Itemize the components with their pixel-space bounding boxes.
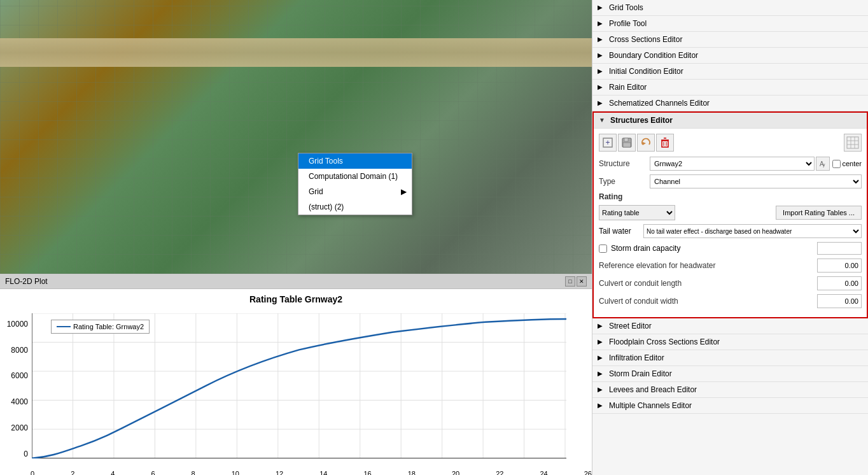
center-label: center	[842, 160, 862, 167]
svg-rect-28	[662, 141, 668, 147]
sidebar-item-street-editor[interactable]: ▶ Street Editor	[592, 318, 868, 334]
arrow-icon: ▶	[598, 67, 605, 75]
svg-rect-26	[623, 143, 631, 147]
structures-toolbar: +	[599, 134, 862, 152]
storm-drain-row: Storm drain capacity	[599, 242, 862, 255]
culvert-width-label: Culvert of conduit width	[599, 297, 817, 306]
tailwater-label: Tail water	[599, 227, 643, 236]
svg-text:y: y	[823, 162, 825, 167]
center-checkbox[interactable]	[832, 160, 841, 168]
add-structure-btn[interactable]: +	[599, 134, 617, 152]
plot-restore-btn[interactable]: □	[565, 276, 575, 287]
culvert-width-row: Culvert of conduit width	[599, 294, 862, 308]
arrow-icon: ▶	[598, 99, 605, 107]
arrow-icon: ▶	[598, 402, 605, 409]
expand-arrow-icon: ▼	[599, 117, 606, 124]
x-18: 18	[408, 470, 416, 475]
plot-area: FLO-2D Plot □ ✕ Rating Table Grnway2 100…	[0, 274, 592, 475]
context-menu-item-grid[interactable]: Grid ▶	[298, 184, 412, 199]
sidebar-item-rain-editor[interactable]: ▶ Rain Editor	[592, 80, 868, 96]
tailwater-select[interactable]: No tail water effect - discharge based o…	[643, 224, 862, 238]
y-axis-2000: 2000	[11, 423, 28, 432]
structure-select[interactable]: Grnway2	[650, 157, 815, 171]
culvert-width-input[interactable]	[817, 294, 862, 308]
y-axis-8000: 8000	[11, 346, 28, 355]
plot-title: Rating Table Grnway2	[0, 289, 592, 307]
arrow-icon: ▶	[598, 4, 605, 11]
delete-btn[interactable]	[656, 134, 674, 152]
sidebar-label-street-editor: Street Editor	[609, 322, 652, 330]
grid-submenu-arrow: ▶	[401, 187, 407, 196]
sidebar-label-cross-sections-editor: Cross Sections Editor	[609, 35, 682, 44]
sidebar-item-schematized-channels-editor[interactable]: ▶ Schematized Channels Editor	[592, 96, 868, 111]
rating-row: Rating table Weir Culvert Import Rating …	[599, 205, 862, 220]
chart-legend: Rating Table: Grnway2	[51, 320, 150, 334]
arrow-icon: ▶	[598, 386, 605, 393]
storm-drain-checkbox[interactable]	[599, 245, 607, 253]
grid-label: Grid	[309, 187, 323, 196]
save-structure-btn[interactable]	[618, 134, 636, 152]
sidebar-item-infiltration-editor[interactable]: ▶ Infiltration Editor	[592, 350, 868, 366]
sidebar-label-initial-condition-editor: Initial Condition Editor	[609, 67, 683, 76]
sidebar-item-cross-sections-editor[interactable]: ▶ Cross Sections Editor	[592, 32, 868, 48]
x-12: 12	[276, 470, 283, 475]
x-24: 24	[540, 470, 547, 475]
arrow-icon: ▶	[598, 52, 605, 59]
arrow-icon: ▶	[598, 354, 605, 362]
legend-label: Rating Table: Grnway2	[73, 323, 144, 330]
plot-close-btn[interactable]: ✕	[577, 276, 587, 287]
y-axis-10000: 10000	[7, 320, 28, 329]
sidebar-item-boundary-condition-editor[interactable]: ▶ Boundary Condition Editor	[592, 48, 868, 64]
context-menu-item-structure-lines[interactable]: Grid Tools	[298, 153, 412, 169]
structure-field-row: Structure Grnway2 A y center	[599, 157, 862, 171]
x-20: 20	[452, 470, 459, 475]
sidebar-label-floodplain-cross-sections-editor: Floodplain Cross Sections Editor	[609, 337, 720, 346]
arrow-icon: ▶	[598, 338, 605, 346]
undo-btn[interactable]	[637, 134, 655, 152]
sidebar-item-grid-tools[interactable]: ▶ Grid Tools	[592, 0, 868, 16]
svg-text:+: +	[605, 138, 610, 147]
plot-titlebar-label: FLO-2D Plot	[5, 277, 48, 286]
map-view: Grid Tools Computational Domain (1) Grid…	[0, 0, 592, 274]
sidebar-label-multiple-channels-editor: Multiple Channels Editor	[609, 401, 692, 410]
sidebar-item-floodplain-cross-sections-editor[interactable]: ▶ Floodplain Cross Sections Editor	[592, 334, 868, 350]
ref-elevation-row: Reference elevation for headwater	[599, 259, 862, 273]
svg-rect-25	[624, 138, 628, 141]
sidebar-item-levees-and-breach-editor[interactable]: ▶ Levees and Breach Editor	[592, 382, 868, 398]
tailwater-row: Tail water No tail water effect - discha…	[599, 224, 862, 238]
structures-editor-header[interactable]: ▼ Structures Editor	[594, 113, 867, 129]
sidebar-label-boundary-condition-editor: Boundary Condition Editor	[609, 51, 698, 60]
arrow-icon: ▶	[598, 36, 605, 43]
ref-elevation-input[interactable]	[817, 259, 862, 273]
x-0: 0	[31, 470, 34, 475]
rename-btn[interactable]: A y	[816, 157, 830, 171]
sidebar-item-multiple-channels-editor[interactable]: ▶ Multiple Channels Editor	[592, 398, 868, 414]
sidebar-item-profile-tool[interactable]: ▶ Profile Tool	[592, 16, 868, 32]
svg-rect-33	[847, 137, 858, 148]
x-8: 8	[192, 470, 195, 475]
chart: Rating Table: Grnway2	[32, 313, 566, 458]
svg-marker-27	[643, 142, 646, 145]
map-tool-btn[interactable]	[844, 134, 862, 152]
storm-drain-input[interactable]	[817, 242, 862, 255]
sidebar-label-infiltration-editor: Infiltration Editor	[609, 353, 664, 362]
rating-table-select[interactable]: Rating table Weir Culvert	[599, 205, 675, 220]
sidebar-item-initial-condition-editor[interactable]: ▶ Initial Condition Editor	[592, 64, 868, 80]
x-10: 10	[232, 470, 239, 475]
x-14: 14	[319, 470, 327, 475]
arrow-icon: ▶	[598, 322, 605, 330]
sidebar-item-storm-drain-editor[interactable]: ▶ Storm Drain Editor	[592, 366, 868, 382]
bottom-items: ▶ Street Editor ▶ Floodplain Cross Secti…	[592, 318, 868, 414]
arrow-icon: ▶	[598, 370, 605, 378]
type-select[interactable]: Channel Culvert Bridge	[650, 174, 862, 188]
plot-titlebar: FLO-2D Plot □ ✕	[0, 274, 592, 289]
plot-content: 10000 8000 6000 4000 2000 0	[0, 307, 592, 475]
context-menu-item-computational-domain[interactable]: Computational Domain (1)	[298, 169, 412, 184]
context-menu-item-struct[interactable]: (struct) (2)	[298, 199, 412, 215]
culvert-length-input[interactable]	[817, 276, 862, 290]
arrow-icon: ▶	[598, 20, 605, 27]
context-menu: Grid Tools Computational Domain (1) Grid…	[298, 153, 412, 215]
y-axis-4000: 4000	[11, 397, 28, 406]
import-rating-tables-btn[interactable]: Import Rating Tables ...	[776, 206, 862, 220]
y-axis-6000: 6000	[11, 371, 28, 380]
